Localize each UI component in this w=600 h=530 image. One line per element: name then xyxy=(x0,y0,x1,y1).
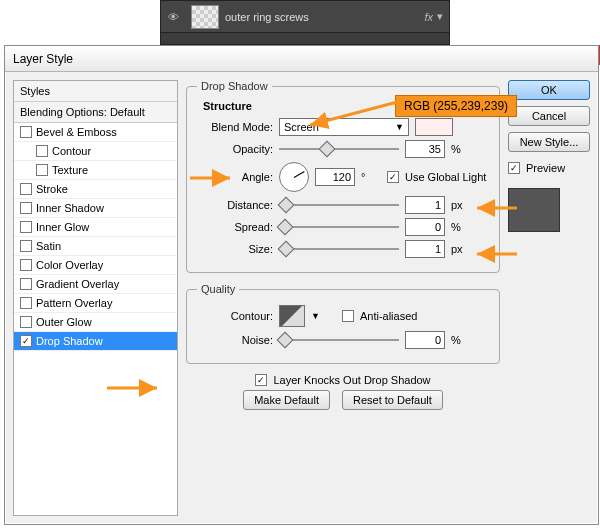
style-label: Inner Glow xyxy=(36,221,89,233)
preview-checkbox[interactable] xyxy=(508,162,520,174)
style-item-outer-glow[interactable]: Outer Glow xyxy=(14,313,177,332)
annotation-rgb-label: RGB (255,239,239) xyxy=(395,95,517,117)
anti-aliased-label: Anti-aliased xyxy=(360,310,417,322)
style-label: Outer Glow xyxy=(36,316,92,328)
style-checkbox[interactable] xyxy=(36,164,48,176)
opacity-input[interactable] xyxy=(405,140,445,158)
opacity-label: Opacity: xyxy=(197,143,273,155)
style-checkbox[interactable] xyxy=(20,259,32,271)
preview-label: Preview xyxy=(526,162,565,174)
use-global-light-label: Use Global Light xyxy=(405,171,486,183)
style-label: Stroke xyxy=(36,183,68,195)
style-checkbox[interactable] xyxy=(20,221,32,233)
style-checkbox[interactable] xyxy=(20,202,32,214)
angle-label: Angle: xyxy=(197,171,273,183)
style-label: Bevel & Emboss xyxy=(36,126,117,138)
use-global-light-checkbox[interactable] xyxy=(387,171,399,183)
cancel-button[interactable]: Cancel xyxy=(508,106,590,126)
quality-group: Quality Contour: ▼ Anti-aliased Noise: % xyxy=(186,283,500,364)
styles-list: Styles Blending Options: Default Bevel &… xyxy=(13,80,178,516)
distance-unit: px xyxy=(451,199,471,211)
style-checkbox[interactable] xyxy=(20,278,32,290)
style-checkbox[interactable] xyxy=(20,335,32,347)
new-style-button[interactable]: New Style... xyxy=(508,132,590,152)
chevron-down-icon: ▼ xyxy=(395,122,404,132)
style-item-gradient-overlay[interactable]: Gradient Overlay xyxy=(14,275,177,294)
style-checkbox[interactable] xyxy=(36,145,48,157)
spread-slider[interactable] xyxy=(279,220,399,234)
opacity-unit: % xyxy=(451,143,471,155)
reset-default-button[interactable]: Reset to Default xyxy=(342,390,443,410)
chevron-down-icon[interactable]: ▾ xyxy=(437,10,443,23)
blending-options[interactable]: Blending Options: Default xyxy=(14,102,177,123)
size-slider[interactable] xyxy=(279,242,399,256)
style-checkbox[interactable] xyxy=(20,126,32,138)
style-item-inner-glow[interactable]: Inner Glow xyxy=(14,218,177,237)
style-item-inner-shadow[interactable]: Inner Shadow xyxy=(14,199,177,218)
style-label: Contour xyxy=(52,145,91,157)
style-item-color-overlay[interactable]: Color Overlay xyxy=(14,256,177,275)
quality-heading: Quality xyxy=(197,283,239,295)
make-default-button[interactable]: Make Default xyxy=(243,390,330,410)
blend-mode-value: Screen xyxy=(284,121,319,133)
contour-label: Contour: xyxy=(197,310,273,322)
angle-input[interactable] xyxy=(315,168,355,186)
style-label: Pattern Overlay xyxy=(36,297,112,309)
knocks-out-label: Layer Knocks Out Drop Shadow xyxy=(273,374,430,386)
spread-label: Spread: xyxy=(197,221,273,233)
preview-swatch xyxy=(508,188,560,232)
style-item-contour[interactable]: Contour xyxy=(14,142,177,161)
angle-unit: ° xyxy=(361,171,381,183)
style-item-pattern-overlay[interactable]: Pattern Overlay xyxy=(14,294,177,313)
visibility-eye-icon[interactable]: 👁 xyxy=(161,11,185,23)
chevron-down-icon[interactable]: ▼ xyxy=(311,311,320,321)
blend-mode-dropdown[interactable]: Screen ▼ xyxy=(279,118,409,136)
angle-dial[interactable] xyxy=(279,162,309,192)
shadow-color-swatch[interactable] xyxy=(415,118,453,136)
dialog-buttons: OK Cancel New Style... Preview xyxy=(508,80,590,516)
fx-badge[interactable]: fx xyxy=(424,11,433,23)
distance-label: Distance: xyxy=(197,199,273,211)
style-item-stroke[interactable]: Stroke xyxy=(14,180,177,199)
titlebar[interactable]: Layer Style xyxy=(5,46,598,72)
spread-input[interactable] xyxy=(405,218,445,236)
anti-aliased-checkbox[interactable] xyxy=(342,310,354,322)
layer-name[interactable]: outer ring screws xyxy=(225,11,424,23)
layer-style-dialog: Layer Style Styles Blending Options: Def… xyxy=(4,45,599,525)
style-checkbox[interactable] xyxy=(20,297,32,309)
noise-unit: % xyxy=(451,334,471,346)
opacity-slider[interactable] xyxy=(279,142,399,156)
style-label: Inner Shadow xyxy=(36,202,104,214)
style-label: Color Overlay xyxy=(36,259,103,271)
style-label: Gradient Overlay xyxy=(36,278,119,290)
dialog-title: Layer Style xyxy=(13,52,73,66)
effect-settings: Drop Shadow Structure Blend Mode: Screen… xyxy=(186,80,500,516)
style-item-bevel-emboss[interactable]: Bevel & Emboss xyxy=(14,123,177,142)
size-unit: px xyxy=(451,243,471,255)
styles-header[interactable]: Styles xyxy=(14,81,177,102)
size-label: Size: xyxy=(197,243,273,255)
style-label: Drop Shadow xyxy=(36,335,103,347)
blend-mode-label: Blend Mode: xyxy=(197,121,273,133)
group-title: Drop Shadow xyxy=(197,80,272,92)
layers-panel-fragment: 👁 outer ring screws fx ▾ xyxy=(160,0,450,45)
noise-slider[interactable] xyxy=(279,333,399,347)
knocks-out-checkbox[interactable] xyxy=(255,374,267,386)
style-checkbox[interactable] xyxy=(20,183,32,195)
size-input[interactable] xyxy=(405,240,445,258)
noise-input[interactable] xyxy=(405,331,445,349)
style-item-drop-shadow[interactable]: Drop Shadow xyxy=(14,332,177,351)
ok-button[interactable]: OK xyxy=(508,80,590,100)
distance-input[interactable] xyxy=(405,196,445,214)
style-item-texture[interactable]: Texture xyxy=(14,161,177,180)
style-checkbox[interactable] xyxy=(20,240,32,252)
style-checkbox[interactable] xyxy=(20,316,32,328)
layer-row[interactable]: 👁 outer ring screws fx ▾ xyxy=(161,1,449,33)
spread-unit: % xyxy=(451,221,471,233)
noise-label: Noise: xyxy=(197,334,273,346)
style-item-satin[interactable]: Satin xyxy=(14,237,177,256)
style-label: Texture xyxy=(52,164,88,176)
contour-picker[interactable] xyxy=(279,305,305,327)
distance-slider[interactable] xyxy=(279,198,399,212)
layer-thumbnail[interactable] xyxy=(191,5,219,29)
